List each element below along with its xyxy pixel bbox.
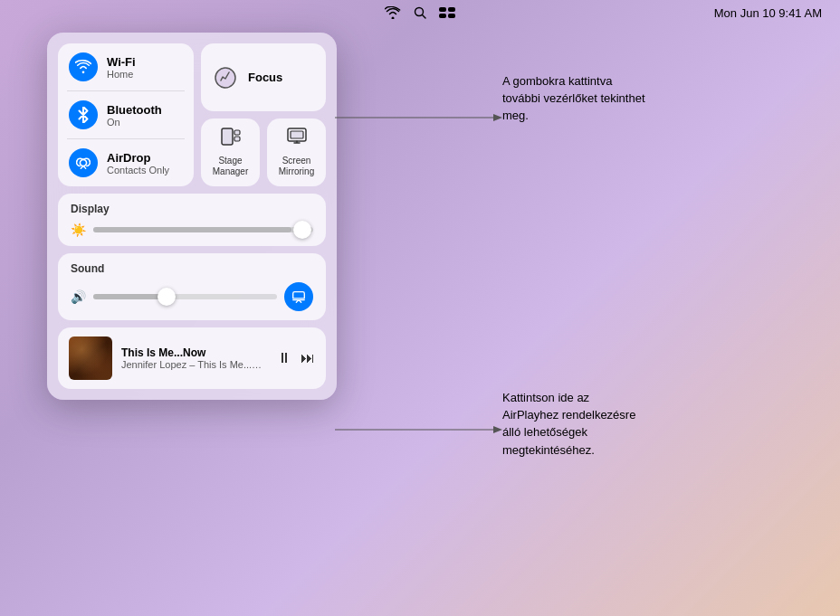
stage-manager-icon bbox=[221, 128, 241, 150]
airdrop-text: AirDrop Contacts Only bbox=[107, 151, 169, 175]
menubar-time: Mon Jun 10 9:41 AM bbox=[714, 6, 822, 20]
menubar: Mon Jun 10 9:41 AM bbox=[0, 0, 840, 25]
annotation-top: A gombokra kattintva további vezérlőket … bbox=[502, 72, 647, 125]
search-menubar-icon bbox=[414, 6, 426, 19]
focus-icon bbox=[212, 64, 239, 91]
screen-mirroring-icon bbox=[287, 128, 307, 150]
wifi-menubar-icon bbox=[385, 6, 401, 19]
focus-label: Focus bbox=[248, 71, 282, 84]
display-slider-row: ☀️ bbox=[71, 223, 313, 237]
skip-forward-button[interactable]: ⏭ bbox=[301, 350, 315, 366]
svg-rect-3 bbox=[448, 7, 455, 12]
svg-rect-8 bbox=[234, 130, 240, 135]
connectivity-block: Wi-Fi Home Bluetooth On bbox=[58, 43, 194, 186]
brightness-fill bbox=[93, 227, 291, 232]
bluetooth-item[interactable]: Bluetooth On bbox=[69, 100, 183, 129]
airdrop-label: AirDrop bbox=[107, 151, 169, 165]
divider-2 bbox=[67, 138, 185, 139]
pause-button[interactable]: ⏸ bbox=[277, 350, 291, 366]
stage-manager-block[interactable]: Stage Manager bbox=[201, 118, 260, 186]
wifi-icon-btn[interactable] bbox=[69, 52, 98, 81]
sound-block: Sound 🔊 bbox=[58, 253, 326, 320]
now-playing-block: This Is Me...Now Jennifer Lopez – This I… bbox=[58, 327, 326, 389]
display-block: Display ☀️ bbox=[58, 194, 326, 246]
svg-rect-9 bbox=[234, 137, 240, 141]
album-art-inner bbox=[69, 336, 112, 380]
svg-line-1 bbox=[423, 15, 426, 19]
airdrop-sublabel: Contacts Only bbox=[107, 165, 169, 175]
screen-mirroring-block[interactable]: Screen Mirroring bbox=[267, 118, 326, 186]
brightness-slider[interactable] bbox=[93, 227, 313, 232]
brightness-icon: ☀️ bbox=[71, 223, 86, 237]
bottom-right-row: Stage Manager Screen Mirroring bbox=[201, 118, 326, 186]
now-playing-artist: Jennifer Lopez – This Is Me...Now bbox=[121, 359, 268, 370]
annotation-top-text: A gombokra kattintva további vezérlőket … bbox=[502, 74, 645, 122]
wifi-text: Wi-Fi Home bbox=[107, 55, 136, 80]
svg-rect-7 bbox=[222, 128, 233, 145]
control-center-panel: Wi-Fi Home Bluetooth On bbox=[47, 33, 337, 400]
annotation-bottom: Kattintson ide az AirPlayhez rendelkezés… bbox=[502, 389, 647, 459]
volume-icon: 🔊 bbox=[71, 289, 86, 304]
volume-slider[interactable] bbox=[93, 294, 277, 299]
sound-slider-row: 🔊 bbox=[71, 282, 313, 311]
annotation-bottom-text: Kattintson ide az AirPlayhez rendelkezés… bbox=[502, 391, 635, 457]
volume-fill bbox=[93, 294, 167, 299]
focus-block[interactable]: Focus bbox=[201, 43, 326, 111]
airdrop-icon-btn[interactable] bbox=[69, 148, 98, 177]
now-playing-title: This Is Me...Now bbox=[121, 346, 268, 359]
svg-rect-5 bbox=[448, 14, 455, 18]
bluetooth-icon-btn[interactable] bbox=[69, 100, 98, 129]
airdrop-item[interactable]: AirDrop Contacts Only bbox=[69, 148, 183, 177]
svg-marker-13 bbox=[493, 114, 502, 121]
album-art bbox=[69, 336, 112, 380]
display-label: Display bbox=[71, 203, 313, 215]
brightness-thumb[interactable] bbox=[293, 221, 311, 239]
playback-controls: ⏸ ⏭ bbox=[277, 350, 315, 366]
bluetooth-label: Bluetooth bbox=[107, 103, 162, 117]
svg-rect-4 bbox=[439, 14, 446, 18]
screen-mirroring-label: Screen Mirroring bbox=[274, 156, 319, 177]
top-row: Wi-Fi Home Bluetooth On bbox=[58, 43, 326, 186]
bluetooth-sublabel: On bbox=[107, 117, 162, 128]
svg-rect-2 bbox=[439, 7, 446, 12]
svg-point-6 bbox=[80, 159, 86, 166]
divider-1 bbox=[67, 90, 185, 91]
now-playing-info: This Is Me...Now Jennifer Lopez – This I… bbox=[121, 346, 268, 370]
volume-thumb[interactable] bbox=[158, 288, 176, 306]
stage-manager-label: Stage Manager bbox=[208, 156, 253, 177]
menubar-icons bbox=[385, 6, 455, 19]
control-center-menubar-icon bbox=[439, 7, 455, 18]
bluetooth-text: Bluetooth On bbox=[107, 103, 162, 128]
sound-label: Sound bbox=[71, 262, 313, 275]
svg-rect-11 bbox=[291, 131, 303, 138]
wifi-label: Wi-Fi bbox=[107, 55, 136, 69]
wifi-sublabel: Home bbox=[107, 69, 136, 80]
svg-marker-15 bbox=[493, 426, 502, 433]
wifi-item[interactable]: Wi-Fi Home bbox=[69, 52, 183, 81]
right-column: Focus Stage Manager bbox=[201, 43, 326, 186]
airplay-button[interactable] bbox=[284, 282, 313, 311]
